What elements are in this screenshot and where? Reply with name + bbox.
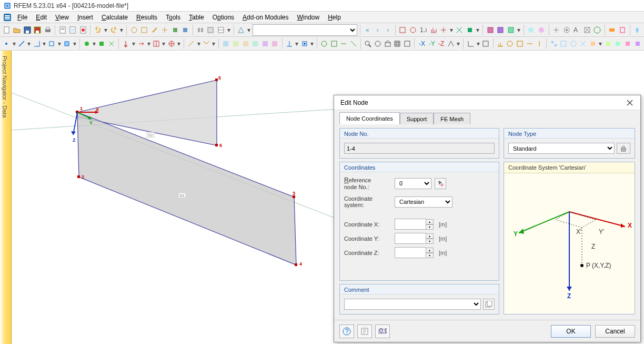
- ref-node-select[interactable]: 0: [395, 178, 431, 189]
- tb2-22[interactable]: [300, 38, 309, 49]
- tb2-15[interactable]: [222, 38, 230, 49]
- tb2-47[interactable]: [589, 38, 598, 49]
- tb-generic-23[interactable]: [552, 25, 561, 35]
- tb2-1[interactable]: [2, 38, 11, 49]
- tb-generic-8[interactable]: [206, 25, 215, 35]
- tb2-19[interactable]: [261, 38, 270, 49]
- coord-y-up[interactable]: ▴: [426, 233, 434, 239]
- tb-undo[interactable]: [93, 25, 102, 35]
- tb-generic-13[interactable]: 1.xx: [419, 25, 428, 35]
- tb2-12[interactable]: [167, 38, 176, 49]
- menu-file[interactable]: File: [14, 13, 31, 22]
- tb2-41[interactable]: [525, 38, 534, 49]
- tb2-3[interactable]: [32, 38, 41, 49]
- tb-generic-22[interactable]: [537, 25, 546, 35]
- coord-z-input[interactable]: [395, 247, 426, 258]
- tb-generic-6[interactable]: [181, 25, 190, 35]
- menu-options[interactable]: Options: [209, 13, 238, 22]
- menu-window[interactable]: Window: [294, 13, 324, 22]
- tb-generic-28[interactable]: [608, 25, 617, 35]
- menu-addon[interactable]: Add-on Modules: [239, 13, 292, 22]
- tb2-20[interactable]: [270, 38, 279, 49]
- tb2-9[interactable]: [122, 38, 130, 49]
- menu-tools[interactable]: Tools: [162, 13, 184, 22]
- tb2-5[interactable]: [63, 38, 72, 49]
- tb-generic-24[interactable]: [562, 25, 571, 35]
- tb-generic-11[interactable]: [398, 25, 407, 35]
- tb-nav-first[interactable]: «: [363, 25, 372, 35]
- menu-calculate[interactable]: Calculate: [98, 13, 132, 22]
- tb-save-red[interactable]: [33, 25, 42, 35]
- tb2-25[interactable]: [339, 38, 348, 49]
- tb2-30[interactable]: [393, 38, 402, 49]
- tb-open[interactable]: [12, 25, 21, 35]
- tb-generic-16[interactable]: [455, 25, 464, 35]
- menu-results[interactable]: Results: [133, 13, 161, 22]
- tb2-4[interactable]: [47, 38, 56, 49]
- tb-generic-18[interactable]: [486, 25, 495, 35]
- menu-table[interactable]: Table: [185, 13, 208, 22]
- tb2-48[interactable]: [603, 38, 612, 49]
- tb-generic-9[interactable]: [216, 25, 225, 35]
- tb2-42[interactable]: [535, 38, 544, 49]
- tb-report-3[interactable]: [78, 25, 87, 35]
- tb-generic-1[interactable]: [129, 25, 138, 35]
- tb2-35[interactable]: [447, 38, 456, 49]
- tb-generic-12[interactable]: [408, 25, 417, 35]
- tb-generic-15[interactable]: [439, 25, 448, 35]
- coord-y-input[interactable]: [395, 233, 426, 244]
- tb-nav-next[interactable]: ›: [383, 25, 392, 35]
- tab-support[interactable]: Support: [400, 113, 434, 124]
- tb-generic-21[interactable]: [527, 25, 536, 35]
- ref-node-pick-button[interactable]: [435, 178, 446, 189]
- help-button[interactable]: ?: [339, 325, 354, 338]
- tb-generic-3[interactable]: [150, 25, 159, 35]
- tb2-14[interactable]: [202, 38, 211, 49]
- dialog-close-button[interactable]: [622, 97, 637, 109]
- tb2-7[interactable]: [97, 38, 106, 49]
- tb-undo-drop[interactable]: ▾: [104, 26, 108, 34]
- tb2-32[interactable]: -X: [417, 38, 426, 49]
- tb2-17[interactable]: [241, 38, 250, 49]
- comment-library-button[interactable]: [483, 299, 495, 310]
- tb2-33[interactable]: -Y: [427, 38, 436, 49]
- coord-y-down[interactable]: ▾: [426, 239, 434, 244]
- tb2-11[interactable]: [152, 38, 161, 49]
- tb-generic-29[interactable]: [618, 25, 627, 35]
- tb-generic-14[interactable]: [429, 25, 438, 35]
- tb-report-2[interactable]: [68, 25, 77, 35]
- tb-report[interactable]: [58, 25, 67, 35]
- tb2-34[interactable]: -Z: [437, 38, 446, 49]
- tb-generic-10[interactable]: [237, 25, 246, 35]
- app-menu-icon[interactable]: [2, 13, 13, 22]
- tb2-36[interactable]: [466, 38, 475, 49]
- tb2-21[interactable]: [285, 38, 294, 49]
- tb2-16[interactable]: [232, 38, 240, 49]
- tb-print[interactable]: [43, 25, 52, 35]
- tb-generic-25[interactable]: A: [572, 25, 581, 35]
- details-button[interactable]: [357, 325, 372, 338]
- tb2-24[interactable]: [329, 38, 338, 49]
- coord-x-up[interactable]: ▴: [426, 219, 434, 224]
- tb2-51[interactable]: [633, 38, 642, 49]
- tb-generic-7[interactable]: [196, 25, 205, 35]
- tb2-39[interactable]: [506, 38, 515, 49]
- tb2-13[interactable]: [187, 38, 196, 49]
- menu-help[interactable]: Help: [324, 13, 345, 22]
- tb2-38[interactable]: [496, 38, 505, 49]
- tb2-49[interactable]: [613, 38, 622, 49]
- tb2-31[interactable]: [403, 38, 412, 49]
- tb-generic-2[interactable]: [140, 25, 149, 35]
- tb2-26[interactable]: [349, 38, 358, 49]
- tb2-8[interactable]: [107, 38, 116, 49]
- coord-z-down[interactable]: ▾: [426, 253, 434, 258]
- tb2-50[interactable]: [623, 38, 632, 49]
- tb2-27[interactable]: [364, 38, 373, 49]
- tb2-18[interactable]: [251, 38, 260, 49]
- tb-redo-drop[interactable]: ▾: [119, 26, 124, 34]
- coord-x-input[interactable]: [395, 219, 426, 230]
- tb-generic-17[interactable]: [465, 25, 474, 35]
- coord-z-up[interactable]: ▴: [426, 248, 434, 253]
- tb-generic-20[interactable]: [506, 25, 515, 35]
- node-type-select[interactable]: Standard: [508, 143, 615, 154]
